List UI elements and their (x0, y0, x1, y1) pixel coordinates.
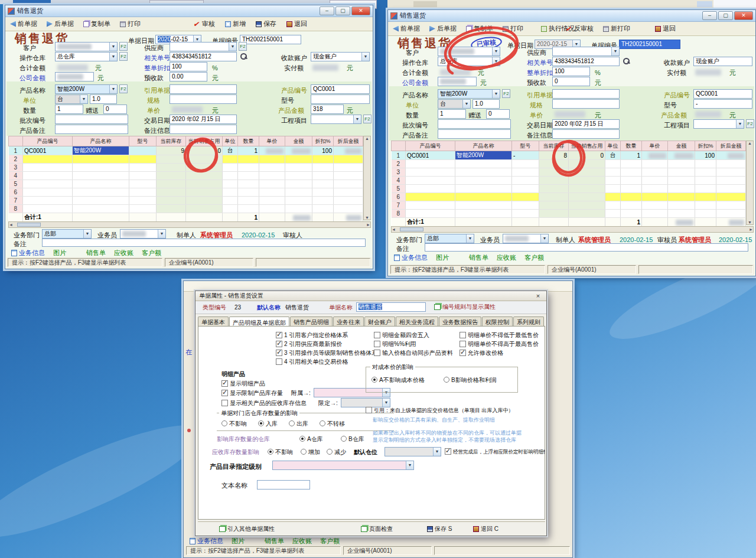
col-header[interactable]: 折后金额 (334, 136, 363, 146)
receivable-link[interactable]: 应收账 (497, 253, 516, 262)
chevron-down-icon[interactable]: ▼ (406, 461, 413, 469)
table-cell[interactable] (129, 164, 157, 172)
table-cell[interactable] (186, 205, 223, 213)
table-cell[interactable] (238, 205, 259, 213)
radio-item[interactable]: 增加 (301, 448, 320, 456)
table-cell[interactable] (406, 168, 455, 177)
table-row[interactable]: 3 (9, 164, 363, 172)
chevron-down-icon[interactable]: ▼ (433, 448, 441, 456)
model-input[interactable] (311, 94, 370, 104)
reprint-button[interactable]: 新打印 (603, 24, 630, 33)
picture-link[interactable]: 图片 (53, 249, 66, 257)
table-cell[interactable] (621, 177, 642, 185)
check-item[interactable]: 明细单价不得高于最高售价 (460, 340, 539, 348)
radio-item[interactable]: A仓库 (299, 435, 323, 443)
col-header[interactable]: 数量 (238, 136, 259, 146)
table-cell[interactable] (642, 160, 668, 168)
customer-quota-link[interactable]: 客户额 (142, 249, 161, 257)
table-cell[interactable] (695, 210, 716, 218)
new-button[interactable]: 新增 (225, 19, 246, 28)
table-cell[interactable] (455, 160, 512, 168)
table-cell[interactable] (605, 201, 621, 210)
table-row[interactable]: 3 (392, 168, 746, 177)
table-cell[interactable] (73, 180, 129, 188)
table-cell[interactable] (157, 197, 186, 205)
table-cell[interactable] (539, 177, 569, 185)
check-item[interactable]: 3 引用操作员等级限制销售价格体系 (276, 349, 377, 357)
trade-date-input[interactable]: 2020 年02 月15 日 (170, 115, 237, 124)
checkbox-icon[interactable] (460, 341, 466, 347)
radio-item[interactable]: A不影响成本价格 (372, 376, 425, 384)
scroll-thumb[interactable] (400, 227, 423, 231)
table-cell[interactable] (716, 201, 746, 210)
col-header[interactable]: 单位 (223, 136, 238, 146)
company-amount-input[interactable] (55, 72, 94, 81)
whole-discount-input[interactable]: 100 (170, 62, 207, 71)
chevron-down-icon[interactable]: ▼ (361, 53, 369, 61)
table-cell[interactable] (259, 180, 285, 188)
horizontal-scrollbar[interactable]: ◄► (391, 226, 754, 233)
table-cell[interactable] (569, 201, 605, 210)
picture-link[interactable]: 图片 (232, 537, 245, 546)
checkbox-icon[interactable] (221, 390, 228, 396)
sales-doc-link[interactable]: 销售单 (86, 249, 106, 257)
product-name-combo[interactable]: 智能200W▼ (55, 84, 118, 94)
col-header[interactable]: 单价 (642, 141, 668, 151)
table-cell[interactable] (129, 172, 157, 180)
table-cell[interactable] (157, 155, 186, 164)
table-row[interactable]: 8 (392, 210, 746, 218)
table-row[interactable]: 6 (9, 188, 363, 197)
print-button[interactable]: 打印 (120, 19, 141, 28)
lookup-icon[interactable]: F2 (239, 42, 247, 51)
table-cell[interactable] (569, 177, 605, 185)
table-cell[interactable] (129, 197, 157, 205)
table-cell[interactable] (512, 210, 539, 218)
unit-factor-input[interactable]: 1.0 (472, 99, 500, 109)
lookup-icon[interactable]: F2 (502, 89, 510, 98)
minimize-button[interactable]: – (320, 6, 334, 15)
chevron-down-icon[interactable]: ▼ (382, 399, 390, 407)
table-cell[interactable] (668, 185, 695, 193)
scroll-thumb[interactable] (17, 223, 41, 227)
table-cell[interactable] (621, 201, 642, 210)
product-note-input[interactable] (55, 125, 128, 134)
checkbox-icon[interactable] (276, 350, 282, 356)
related-no-input[interactable]: 438343451812 (170, 52, 237, 61)
table-cell[interactable] (73, 172, 129, 180)
check-item[interactable]: 2 引用供应商最新报价 (276, 340, 342, 348)
table-cell[interactable] (334, 180, 363, 188)
table-cell[interactable] (312, 172, 334, 180)
table-cell[interactable] (129, 146, 157, 155)
col-header[interactable]: 当前库存 (539, 141, 569, 151)
radio-icon[interactable] (341, 436, 347, 442)
col-header[interactable]: 产品编号 (406, 141, 455, 151)
col-header[interactable]: 数量 (621, 141, 642, 151)
maximize-button[interactable]: ▢ (718, 11, 733, 20)
lookup-icon[interactable]: F2 (119, 42, 128, 51)
radio-icon[interactable] (444, 377, 449, 383)
save-button[interactable]: 保存 (256, 19, 276, 28)
table-cell[interactable] (259, 205, 285, 213)
note-input[interactable] (425, 243, 748, 252)
table-cell[interactable] (73, 197, 129, 205)
table-cell[interactable] (605, 168, 621, 177)
table-cell[interactable] (406, 177, 455, 185)
table-cell[interactable] (223, 164, 238, 172)
check-item[interactable]: 引用：来自上级单据的应交价格信息（单项目 出库入库中） (366, 407, 544, 415)
table-cell[interactable] (129, 205, 157, 213)
table-cell[interactable] (73, 205, 129, 213)
checkbox-icon[interactable] (460, 332, 466, 338)
col-header[interactable]: 型号 (129, 136, 157, 146)
table-cell[interactable] (73, 155, 129, 164)
supplier-combo[interactable]: ▼ (552, 47, 620, 56)
table-row[interactable]: 6 (392, 193, 746, 201)
product-note-input[interactable] (438, 129, 511, 139)
table-row[interactable]: 1 QC0001 智能200W - 8 0 台 1 100 (392, 151, 746, 160)
business-info-link[interactable]: 业务信息 (11, 249, 45, 257)
dept-combo[interactable]: 总部▼ (425, 234, 474, 243)
col-header[interactable]: 当前库存 (157, 136, 186, 146)
table-cell[interactable] (23, 164, 73, 172)
radio-icon[interactable] (299, 436, 305, 442)
table-cell[interactable] (455, 201, 512, 210)
table-cell[interactable] (334, 188, 363, 197)
